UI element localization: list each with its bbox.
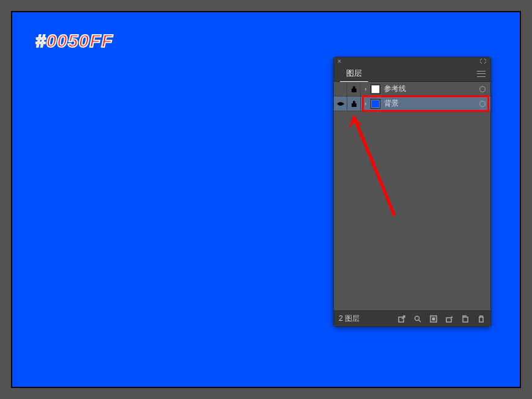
lock-icon[interactable] [347,97,361,111]
new-layer-icon[interactable] [461,315,470,323]
target-icon[interactable] [479,86,486,92]
visibility-toggle[interactable] [334,97,347,111]
chevron-right-icon[interactable]: › [361,100,371,107]
svg-point-1 [339,103,342,105]
svg-rect-7 [446,318,451,322]
layers-panel: × 图层 › 参考线 [333,57,491,327]
panel-footer: 2 图层 [334,310,490,326]
lock-icon[interactable] [347,82,361,96]
layer-list: › 参考线 › 背景 [334,82,490,310]
layer-name[interactable]: 背景 [384,98,479,109]
new-sublayer-icon[interactable] [445,315,454,323]
layer-count: 2 图层 [339,313,360,324]
layer-row-background[interactable]: › 背景 [334,97,490,111]
export-icon[interactable] [397,315,406,323]
panel-menu-icon[interactable] [477,71,486,77]
svg-rect-2 [352,103,357,107]
layer-swatch [371,99,380,109]
locate-icon[interactable] [413,315,422,323]
clip-mask-icon[interactable] [429,315,438,323]
collapse-icon[interactable] [479,59,487,65]
target-icon[interactable] [479,101,486,107]
layer-name[interactable]: 参考线 [384,84,479,94]
chevron-right-icon[interactable]: › [361,86,371,92]
color-hex-label: #0050FF [35,31,113,51]
layer-row-guides[interactable]: › 参考线 [334,82,490,97]
svg-rect-8 [463,317,468,322]
close-icon[interactable]: × [338,59,341,65]
svg-rect-0 [352,89,357,92]
layer-swatch [371,84,380,94]
svg-point-4 [415,316,419,320]
visibility-toggle[interactable] [334,82,347,96]
panel-titlebar: × [334,57,490,66]
svg-rect-6 [432,317,435,320]
trash-icon[interactable] [477,315,486,323]
panel-tabs: 图层 [334,66,490,82]
tab-layers[interactable]: 图层 [340,66,368,82]
